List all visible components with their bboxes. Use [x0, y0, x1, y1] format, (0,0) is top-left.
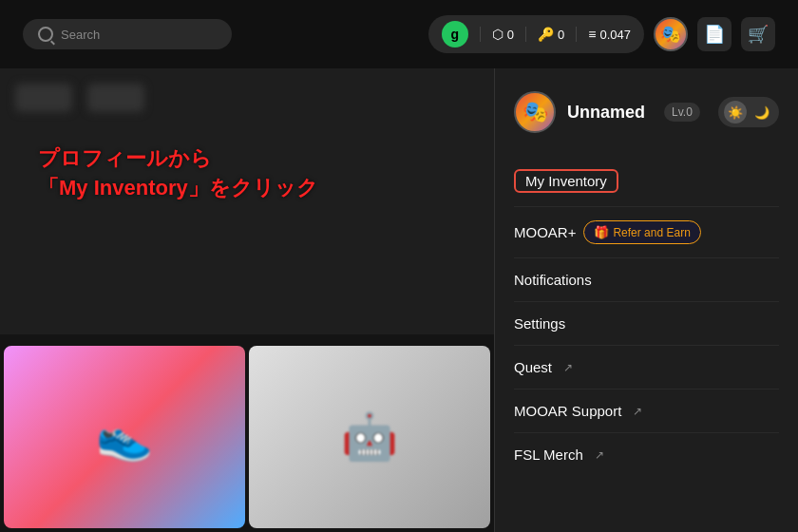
light-theme-icon[interactable]: ☀️: [724, 101, 747, 124]
dark-theme-icon[interactable]: 🌙: [750, 101, 773, 124]
mooar-plus-label: MOOAR+: [514, 224, 576, 240]
token-divider-3: [576, 27, 577, 42]
notifications-label: Notifications: [514, 272, 592, 288]
token-divider-1: [480, 27, 481, 42]
menu-item-notifications[interactable]: Notifications: [514, 258, 779, 302]
card-shoes-content: 👟: [4, 346, 245, 528]
search-bar[interactable]: Search: [23, 19, 232, 49]
eth-icon: ⬡: [492, 27, 504, 42]
menu-item-quest[interactable]: Quest ↗: [514, 346, 779, 390]
my-inventory-label: My Inventory: [514, 169, 618, 193]
menu-item-fsl-merch[interactable]: FSL Merch ↗: [514, 433, 779, 476]
avatar-button[interactable]: 🎭: [654, 17, 688, 51]
quest-external-icon: ↗: [563, 361, 573, 374]
blurred-item-2: [87, 84, 144, 112]
avatar-icon: 🎭: [660, 24, 681, 45]
theme-toggle[interactable]: ☀️ 🌙: [718, 97, 779, 127]
annotation-overlay: プロフィールから 「My Inventory」をクリック: [38, 144, 318, 203]
stacked-icon: ≡: [588, 27, 596, 42]
quest-label: Quest: [514, 359, 552, 375]
navbar: Search g ⬡ 0 🔑 0 ≡ 0.047: [0, 0, 798, 68]
profile-avatar: 🎭: [514, 91, 556, 133]
token-divider-2: [525, 27, 526, 42]
key-token: 🔑 0: [538, 27, 564, 42]
fsl-merch-external-icon: ↗: [595, 448, 604, 462]
menu-item-my-inventory[interactable]: My Inventory: [514, 156, 779, 207]
profile-name: Unnamed: [567, 103, 645, 123]
eth-token: ⬡ 0: [492, 27, 514, 42]
annotation-line2: 「My Inventory」をクリック: [38, 174, 318, 203]
gift-icon: 🎁: [594, 225, 609, 239]
key-icon: 🔑: [538, 27, 554, 42]
menu-item-mooar-plus[interactable]: MOOAR+ 🎁 Refer and Earn: [514, 207, 779, 258]
mooar-support-label: MOOAR Support: [514, 403, 621, 419]
card-shoes: 👟: [4, 346, 245, 528]
left-panel: プロフィールから 「My Inventory」をクリック 👟 🤖: [0, 68, 494, 532]
profile-dropdown: 🎭 Unnamed Lv.0 ☀️ 🌙 My Inventory MOOAR+ …: [494, 68, 798, 532]
receipt-button[interactable]: 📄: [697, 17, 732, 51]
search-icon: [38, 27, 53, 42]
annotation-line1: プロフィールから: [38, 144, 318, 174]
menu-item-mooar-support[interactable]: MOOAR Support ↗: [514, 390, 779, 433]
profile-header: 🎭 Unnamed Lv.0 ☀️ 🌙: [514, 91, 779, 133]
receipt-icon: 📄: [704, 24, 725, 45]
menu-item-settings[interactable]: Settings: [514, 302, 779, 346]
main-content: プロフィールから 「My Inventory」をクリック 👟 🤖 🎭 Unnam…: [0, 68, 798, 532]
refer-earn-button[interactable]: 🎁 Refer and Earn: [583, 220, 700, 244]
mooar-support-external-icon: ↗: [633, 405, 642, 418]
cards-area: 👟 🤖: [0, 342, 494, 532]
cart-icon: 🛒: [748, 24, 769, 45]
card-robot: 🤖: [249, 346, 490, 528]
fsl-merch-label: FSL Merch: [514, 446, 583, 463]
blurred-item-1: [15, 84, 72, 112]
card-robot-content: 🤖: [249, 346, 490, 528]
profile-avatar-icon: 🎭: [522, 100, 548, 124]
level-badge: Lv.0: [664, 103, 700, 122]
settings-label: Settings: [514, 315, 565, 332]
refer-earn-label: Refer and Earn: [613, 226, 690, 239]
g-badge: g: [442, 21, 468, 48]
search-placeholder: Search: [61, 28, 100, 42]
stacked-token: ≡ 0.047: [588, 27, 631, 42]
cart-button[interactable]: 🛒: [741, 17, 775, 51]
g-token: g: [442, 21, 468, 48]
token-bar: g ⬡ 0 🔑 0 ≡ 0.047: [428, 15, 644, 53]
navbar-right: g ⬡ 0 🔑 0 ≡ 0.047 🎭 📄: [428, 15, 775, 53]
